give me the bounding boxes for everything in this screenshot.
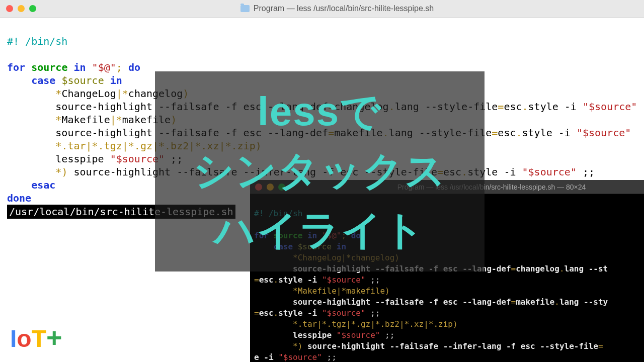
code-text: . <box>274 275 279 285</box>
code-text: = <box>511 297 516 307</box>
code-text: for <box>7 61 25 73</box>
code-text: = <box>598 341 603 351</box>
minimize-button[interactable] <box>18 5 25 12</box>
code-text: e -i <box>254 352 278 362</box>
code-text: lang --sty <box>559 297 608 307</box>
code-text: * <box>55 87 61 100</box>
code-text: * <box>122 87 128 100</box>
code-text: $source <box>61 74 104 86</box>
code-text: = <box>254 308 259 318</box>
overlay-line-2: シンタックス <box>193 144 447 199</box>
code-text: = <box>498 101 504 113</box>
titlebar-light[interactable]: Program — less /usr/local/bin/src-hilite… <box>0 0 644 18</box>
code-text: . <box>274 308 279 318</box>
code-text: = <box>254 275 259 285</box>
code-text: changelog <box>516 264 559 274</box>
overlay-line-1: lessで <box>258 85 382 139</box>
code-text: in <box>73 61 86 73</box>
code-text: | <box>110 114 116 126</box>
code-text: . <box>522 101 528 113</box>
code-text: esc <box>498 127 516 139</box>
code-text: "$source" <box>278 352 322 362</box>
code-text: ) <box>61 166 67 178</box>
code-text: done <box>7 192 31 204</box>
iot-plus-logo: I o T + <box>10 322 62 353</box>
text-overlay: lessで シンタックス ハイライト <box>155 71 485 272</box>
code-text: ; <box>116 61 122 73</box>
code-text: ) <box>298 341 303 351</box>
folder-icon <box>240 5 250 12</box>
code-text: lesspipe <box>55 153 110 165</box>
code-text: * <box>293 341 298 351</box>
code-text: style -i <box>278 275 322 285</box>
title-text: Program — less /usr/local/bin/src-hilite… <box>254 4 434 13</box>
code-text: source <box>31 61 67 73</box>
code-text: . <box>516 127 522 139</box>
code-text: esac <box>31 179 55 191</box>
code-text: ;; <box>366 308 380 318</box>
code-text: *.tar|*.tgz|*.gz|*.bz2|*.xz|*.zip) <box>293 319 458 329</box>
code-text: makefile <box>516 297 554 307</box>
code-text: = <box>492 127 498 139</box>
code-text: * <box>116 114 122 126</box>
code-text: lang --st <box>565 264 608 274</box>
code-text: ;; <box>322 352 337 362</box>
traffic-lights <box>6 5 36 12</box>
code-text: "$source" <box>337 330 380 340</box>
code-text: = <box>511 264 516 274</box>
code-text: | <box>116 87 122 100</box>
code-text: source-highlight --failsafe --infer-lang… <box>302 341 598 351</box>
code-text: in <box>110 74 122 86</box>
code-text: Makefile <box>61 114 110 126</box>
code-text: "$source" <box>577 127 631 139</box>
code-text: ;; <box>380 330 394 340</box>
code-text: . <box>559 264 565 274</box>
code-text: case <box>31 74 55 86</box>
overlay-line-3: ハイライト <box>214 204 426 258</box>
code-text: "$@" <box>92 61 116 73</box>
code-text: ;; <box>366 275 380 285</box>
code-text: ;; <box>577 166 595 178</box>
code-text: "$source" <box>583 101 637 113</box>
code-text: do <box>128 61 140 73</box>
code-text: "$source" <box>322 275 366 285</box>
window-title-light: Program — less /usr/local/bin/src-hilite… <box>240 4 434 13</box>
code-text: source-highlight --failsafe -f esc --lan… <box>293 297 511 307</box>
logo-o: o <box>17 325 31 352</box>
code-text: style -i <box>278 308 322 318</box>
code-text: "$source" <box>322 308 366 318</box>
logo-plus: + <box>46 322 62 353</box>
code-text: style -i <box>528 101 583 113</box>
code-text: esc <box>259 275 274 285</box>
code-text: esc <box>259 308 274 318</box>
code-text: #! /bin/sh <box>7 35 67 47</box>
code-text: *Makefile|*makefile) <box>293 286 390 296</box>
code-text: . <box>554 297 559 307</box>
zoom-button[interactable] <box>29 5 36 12</box>
code-text: ChangeLog <box>61 87 116 100</box>
code-text: "$source" <box>522 166 577 178</box>
code-text: * <box>55 166 61 178</box>
logo-i: I <box>10 325 17 352</box>
close-button[interactable] <box>6 5 13 12</box>
code-text: esc <box>504 101 522 113</box>
logo-t: T <box>32 325 46 352</box>
code-text: style -i <box>522 127 577 139</box>
code-text: lesspipe <box>293 330 337 340</box>
code-text: * <box>55 114 61 126</box>
